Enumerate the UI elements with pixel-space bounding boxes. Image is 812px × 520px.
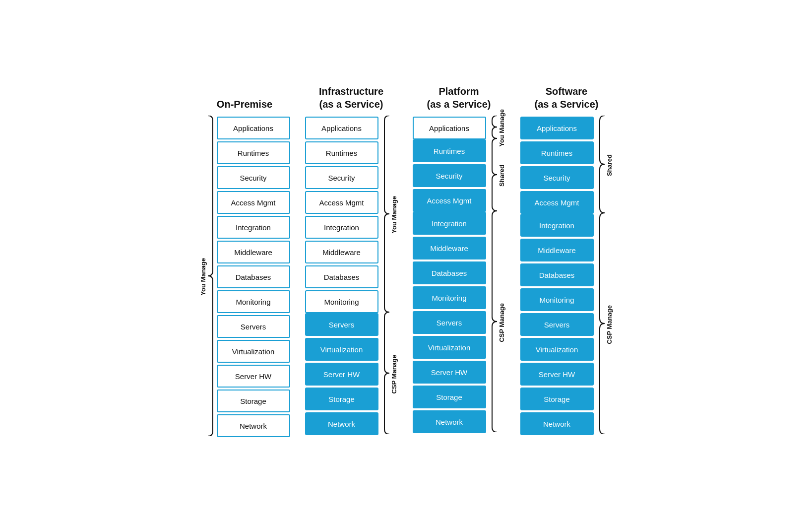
cell-monitoring-on-premise-0: Monitoring: [217, 290, 290, 313]
column-title-paas: Platform(as a Service): [427, 83, 491, 111]
cell-integration-saas-1: Integration: [520, 214, 594, 237]
cell-applications-on-premise-0: Applications: [217, 117, 290, 139]
cell-monitoring-iaas-0: Monitoring: [305, 290, 378, 313]
section-stack-iaas-1: ServersVirtualizationServer HWStorageNet…: [305, 313, 378, 435]
cell-security-saas-0: Security: [520, 166, 594, 189]
cell-middleware-on-premise-0: Middleware: [217, 241, 290, 263]
cell-access-mgmt-paas-1: Access Mgmt: [413, 189, 486, 212]
cell-middleware-paas-2: Middleware: [413, 237, 486, 260]
cell-server-hw-on-premise-0: Server HW: [217, 365, 290, 388]
cell-integration-on-premise-0: Integration: [217, 216, 290, 239]
cell-storage-on-premise-0: Storage: [217, 390, 290, 412]
cell-integration-paas-2: Integration: [413, 212, 486, 235]
cell-storage-iaas-1: Storage: [305, 388, 378, 410]
cell-databases-paas-2: Databases: [413, 261, 486, 284]
cell-runtimes-on-premise-0: Runtimes: [217, 141, 290, 164]
cell-servers-on-premise-0: Servers: [217, 315, 290, 338]
cell-databases-on-premise-0: Databases: [217, 265, 290, 288]
cell-applications-saas-0: Applications: [520, 117, 594, 139]
brace-paas-0: [488, 116, 497, 140]
cell-applications-iaas-0: Applications: [305, 117, 378, 139]
brace-label-paas-0: You Manage: [498, 109, 505, 147]
cell-storage-saas-1: Storage: [520, 388, 594, 410]
brace-label-iaas-0: You Manage: [390, 196, 398, 234]
column-on-premise: On-PremiseYou Manage ApplicationsRuntime…: [199, 83, 290, 437]
brace-paas-1: [488, 138, 497, 213]
brace-label-saas-0: Shared: [606, 154, 613, 176]
cell-monitoring-saas-1: Monitoring: [520, 288, 594, 311]
column-saas: Software(as a Service)ApplicationsRuntim…: [520, 83, 613, 435]
cell-network-saas-1: Network: [520, 412, 594, 435]
section-stack-paas-2: IntegrationMiddlewareDatabasesMonitoring…: [413, 212, 486, 433]
cell-security-on-premise-0: Security: [217, 166, 290, 189]
column-title-on-premise: On-Premise: [217, 83, 272, 111]
brace-label-paas-1: Shared: [498, 165, 505, 187]
cell-runtimes-paas-1: Runtimes: [413, 139, 486, 162]
brace-saas-0: [596, 116, 605, 215]
cell-virtualization-on-premise-0: Virtualization: [217, 340, 290, 363]
cell-middleware-iaas-0: Middleware: [305, 241, 378, 263]
cloud-comparison-diagram: On-PremiseYou Manage ApplicationsRuntime…: [199, 83, 613, 437]
cell-virtualization-saas-1: Virtualization: [520, 338, 594, 361]
cell-integration-iaas-0: Integration: [305, 216, 378, 239]
section-stack-iaas-0: ApplicationsRuntimesSecurityAccess MgmtI…: [305, 117, 378, 313]
cell-servers-saas-1: Servers: [520, 313, 594, 336]
section-stack-saas-0: ApplicationsRuntimesSecurityAccess Mgmt: [520, 117, 594, 214]
brace-label-on-premise-main: You Manage: [199, 258, 207, 296]
brace-paas-2: [488, 211, 497, 434]
cell-storage-paas-2: Storage: [413, 386, 486, 408]
column-title-saas: Software(as a Service): [535, 83, 599, 111]
section-stack-paas-1: RuntimesSecurityAccess Mgmt: [413, 139, 486, 212]
section-stack-paas-0: Applications: [413, 117, 486, 139]
section-stack-on-premise-0: ApplicationsRuntimesSecurityAccess MgmtI…: [217, 117, 290, 437]
cell-access-mgmt-iaas-0: Access Mgmt: [305, 191, 378, 214]
brace-iaas-0: [380, 116, 389, 314]
cell-security-paas-1: Security: [413, 164, 486, 187]
cell-access-mgmt-on-premise-0: Access Mgmt: [217, 191, 290, 214]
brace-label-iaas-1: CSP Manage: [390, 355, 398, 394]
brace-on-premise-main: [208, 116, 217, 438]
brace-saas-1: [596, 213, 605, 436]
cell-network-iaas-1: Network: [305, 412, 378, 435]
column-paas: Platform(as a Service)ApplicationsRuntim…: [413, 83, 505, 433]
column-title-iaas: Infrastructure(as a Service): [319, 83, 383, 111]
cell-databases-iaas-0: Databases: [305, 265, 378, 288]
brace-label-paas-2: CSP Manage: [498, 303, 505, 342]
cell-access-mgmt-saas-0: Access Mgmt: [520, 191, 594, 214]
cell-middleware-saas-1: Middleware: [520, 239, 594, 261]
cell-databases-saas-1: Databases: [520, 263, 594, 286]
cell-virtualization-paas-2: Virtualization: [413, 336, 486, 359]
cell-server-hw-saas-1: Server HW: [520, 363, 594, 386]
section-stack-saas-1: IntegrationMiddlewareDatabasesMonitoring…: [520, 214, 594, 435]
cell-runtimes-saas-0: Runtimes: [520, 141, 594, 164]
brace-iaas-1: [380, 312, 389, 436]
cell-network-paas-2: Network: [413, 410, 486, 433]
cell-security-iaas-0: Security: [305, 166, 378, 189]
cell-applications-paas-0: Applications: [413, 117, 486, 139]
cell-servers-iaas-1: Servers: [305, 313, 378, 336]
cell-server-hw-iaas-1: Server HW: [305, 363, 378, 386]
cell-servers-paas-2: Servers: [413, 311, 486, 334]
brace-label-saas-1: CSP Manage: [606, 305, 613, 344]
cell-virtualization-iaas-1: Virtualization: [305, 338, 378, 361]
cell-server-hw-paas-2: Server HW: [413, 361, 486, 384]
cell-runtimes-iaas-0: Runtimes: [305, 141, 378, 164]
cell-monitoring-paas-2: Monitoring: [413, 286, 486, 309]
column-iaas: Infrastructure(as a Service)Applications…: [305, 83, 398, 435]
cell-network-on-premise-0: Network: [217, 414, 290, 437]
